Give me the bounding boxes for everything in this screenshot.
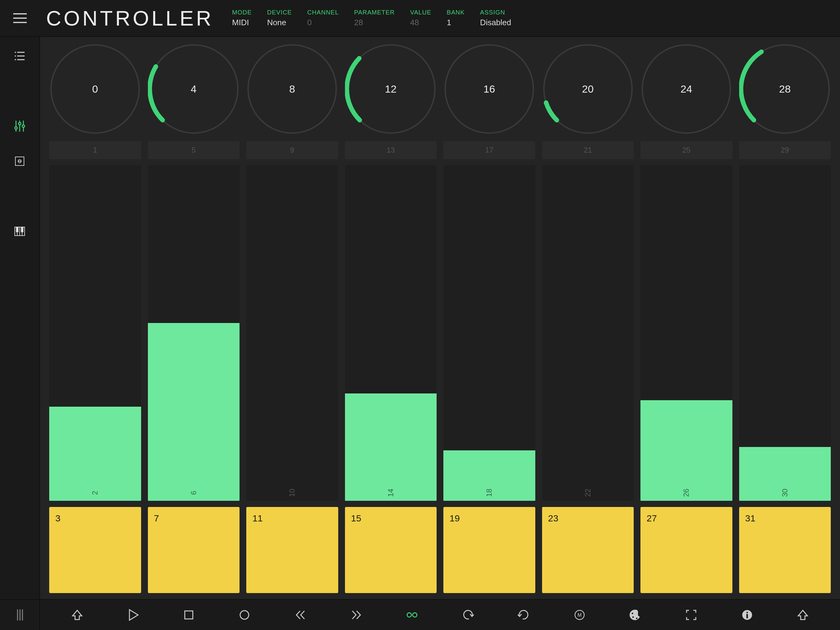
pad-5[interactable]: 23 xyxy=(542,507,634,593)
palette-icon[interactable] xyxy=(628,607,643,623)
slider-2[interactable]: 10 xyxy=(246,165,338,501)
svg-marker-52 xyxy=(73,610,82,619)
status-parameter[interactable]: PARAMETER 28 xyxy=(354,9,395,27)
knob-1[interactable]: 4 xyxy=(148,43,240,135)
pad-6[interactable]: 27 xyxy=(641,507,733,593)
svg-point-60 xyxy=(632,613,633,614)
status-value[interactable]: VALUE 48 xyxy=(410,9,431,27)
slider-7[interactable]: 30 xyxy=(739,165,831,501)
svg-rect-19 xyxy=(20,92,22,93)
footer: M xyxy=(40,599,840,630)
pad-2[interactable]: 11 xyxy=(246,507,338,593)
svg-rect-13 xyxy=(15,89,17,91)
status-mode[interactable]: MODE MIDI xyxy=(232,9,252,27)
loop-icon[interactable] xyxy=(404,607,420,623)
status-bank[interactable]: BANK 1 xyxy=(447,9,464,27)
fullscreen-icon[interactable] xyxy=(684,607,699,623)
slider-3[interactable]: 14 xyxy=(345,165,437,501)
knob-label: 28 xyxy=(779,83,791,95)
small-button-4[interactable]: 17 xyxy=(444,141,535,159)
forward-icon[interactable] xyxy=(349,607,364,623)
svg-point-30 xyxy=(22,125,25,127)
sidebar xyxy=(0,37,40,630)
knob-4[interactable]: 16 xyxy=(444,43,535,135)
status-channel[interactable]: CHANNEL 0 xyxy=(307,9,339,27)
knob-label: 0 xyxy=(92,83,98,95)
small-button-0[interactable]: 1 xyxy=(49,141,141,159)
rewind-icon[interactable] xyxy=(293,607,308,623)
svg-point-61 xyxy=(632,616,634,618)
sidebar-list-icon[interactable] xyxy=(13,49,27,63)
slider-label: 30 xyxy=(781,489,789,497)
info-icon[interactable] xyxy=(739,607,755,623)
small-button-3[interactable]: 13 xyxy=(345,141,437,159)
slider-label: 22 xyxy=(584,489,592,497)
knob-row: 0 4 8 12 16 20 24 xyxy=(49,43,831,135)
small-button-1[interactable]: 5 xyxy=(148,141,240,159)
svg-marker-34 xyxy=(15,192,24,201)
svg-rect-9 xyxy=(15,86,17,88)
status-assign[interactable]: ASSIGN Disabled xyxy=(480,9,511,27)
small-button-2[interactable]: 9 xyxy=(246,141,338,159)
svg-rect-21 xyxy=(15,95,17,96)
svg-rect-65 xyxy=(746,614,748,618)
svg-point-64 xyxy=(746,612,748,613)
svg-point-55 xyxy=(240,611,249,619)
knob-0[interactable]: 0 xyxy=(49,43,141,135)
knob-3[interactable]: 12 xyxy=(345,43,437,135)
slider-6[interactable]: 26 xyxy=(641,165,733,501)
status-device[interactable]: DEVICE None xyxy=(267,9,292,27)
knob-2[interactable]: 8 xyxy=(246,43,338,135)
undo-icon[interactable] xyxy=(460,607,476,623)
svg-rect-17 xyxy=(15,92,17,93)
svg-marker-53 xyxy=(129,610,138,620)
sidebar-piano-icon[interactable] xyxy=(13,225,27,238)
slider-fill xyxy=(148,323,240,501)
knob-6[interactable]: 24 xyxy=(641,43,733,135)
slider-label: 10 xyxy=(288,489,297,497)
button-row: 1591317212529 xyxy=(49,141,831,159)
svg-point-26 xyxy=(15,127,17,129)
svg-marker-66 xyxy=(798,610,807,619)
small-button-7[interactable]: 29 xyxy=(739,141,831,159)
knob-7[interactable]: 28 xyxy=(739,43,831,135)
shift-up-right-icon[interactable] xyxy=(795,607,810,623)
knob-5[interactable]: 20 xyxy=(542,43,634,135)
sidebar-grid-icon[interactable] xyxy=(13,84,27,98)
small-button-5[interactable]: 21 xyxy=(542,141,634,159)
shift-up-left-icon[interactable] xyxy=(69,607,85,623)
record-icon[interactable] xyxy=(237,607,252,623)
menu-button[interactable] xyxy=(0,0,40,36)
slider-label: 14 xyxy=(387,489,395,497)
status-bar: MODE MIDI DEVICE None CHANNEL 0 PARAMETE… xyxy=(232,9,511,27)
footer-handle[interactable] xyxy=(0,599,40,630)
small-button-6[interactable]: 25 xyxy=(641,141,733,159)
knob-label: 12 xyxy=(385,83,396,95)
slider-5[interactable]: 22 xyxy=(542,165,634,501)
main-panel: 0 4 8 12 16 20 24 xyxy=(40,37,840,599)
pad-3[interactable]: 15 xyxy=(345,507,437,593)
pad-row: 37111519232731 xyxy=(49,507,831,593)
slider-1[interactable]: 6 xyxy=(148,165,240,501)
pad-4[interactable]: 19 xyxy=(444,507,535,593)
slider-0[interactable]: 2 xyxy=(49,165,141,501)
svg-rect-54 xyxy=(185,611,193,619)
slider-fill xyxy=(345,393,437,501)
slider-label: 2 xyxy=(91,491,99,495)
sidebar-sliders-icon[interactable] xyxy=(13,119,27,133)
svg-rect-11 xyxy=(20,86,22,88)
svg-rect-22 xyxy=(17,95,19,96)
pad-1[interactable]: 7 xyxy=(148,507,240,593)
pad-0[interactable]: 3 xyxy=(49,507,141,593)
knob-label: 4 xyxy=(191,83,196,95)
redo-icon[interactable] xyxy=(516,607,531,623)
pad-7[interactable]: 31 xyxy=(739,507,831,593)
metronome-icon[interactable]: M xyxy=(572,607,587,623)
slider-label: 6 xyxy=(189,491,198,495)
slider-label: 18 xyxy=(485,489,494,497)
play-icon[interactable] xyxy=(125,607,141,623)
stop-icon[interactable] xyxy=(181,607,196,623)
slider-4[interactable]: 18 xyxy=(444,165,535,501)
sidebar-hexagon-icon[interactable] xyxy=(13,190,27,203)
sidebar-socket-icon[interactable] xyxy=(13,154,27,168)
